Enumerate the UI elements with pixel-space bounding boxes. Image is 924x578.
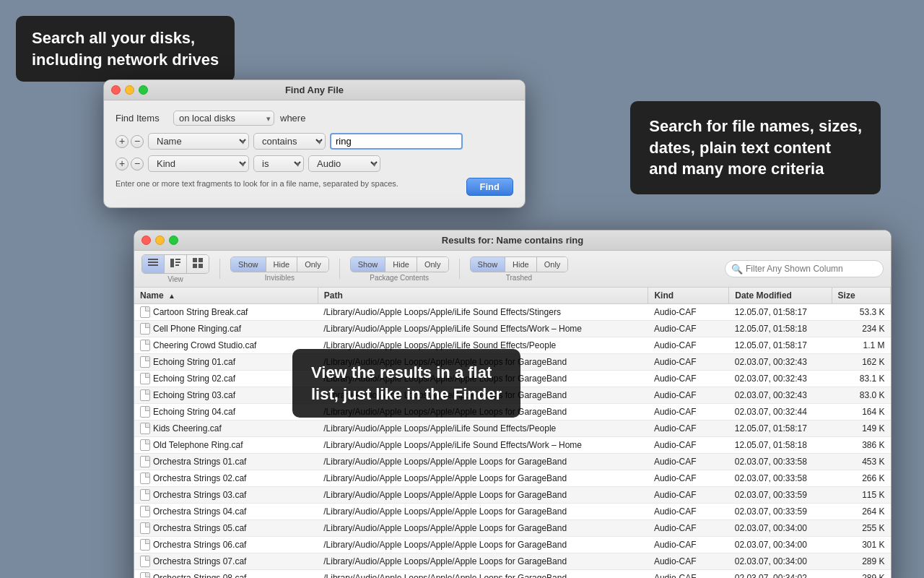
results-title: Results for: Name contains ring xyxy=(442,235,583,246)
cell-date-14: 02.03.07, 00:34:00 xyxy=(729,537,832,553)
criteria-type-wrap-1[interactable]: Name xyxy=(148,133,249,150)
results-close-button[interactable] xyxy=(141,236,151,245)
col-header-kind[interactable]: Kind xyxy=(648,288,729,304)
table-row[interactable]: Old Telephone Ring.caf /Library/Audio/Ap… xyxy=(134,437,891,454)
file-icon-11 xyxy=(140,489,150,501)
cell-date-1: 12.05.07, 01:58:18 xyxy=(729,321,832,337)
table-row[interactable]: Orchestra Strings 03.caf /Library/Audio/… xyxy=(134,487,891,504)
view-list-button[interactable] xyxy=(142,255,165,273)
criteria-value-wrap-2[interactable]: Audio xyxy=(308,155,380,172)
cell-path-9: /Library/Audio/Apple Loops/Apple/Apple L… xyxy=(318,454,648,470)
trashed-button-group: Show Hide Only xyxy=(470,256,569,272)
trashed-hide-button[interactable]: Hide xyxy=(505,257,537,272)
table-row[interactable]: Orchestra Strings 05.caf /Library/Audio/… xyxy=(134,520,891,537)
results-tbody: Cartoon String Break.caf /Library/Audio/… xyxy=(134,304,891,579)
add-criteria-button-1[interactable]: + xyxy=(116,135,128,148)
table-row[interactable]: Orchestra Strings 06.caf /Library/Audio/… xyxy=(134,537,891,553)
dialog-footer: Enter one or more text fragments to look… xyxy=(116,178,513,196)
criteria-operator-select-2[interactable]: is xyxy=(253,155,304,172)
cell-size-12: 264 K xyxy=(832,504,890,520)
filter-input[interactable] xyxy=(725,260,884,277)
find-items-select-wrap[interactable]: on local disks xyxy=(173,111,274,126)
tooltip-right-line2: dates, plain text content xyxy=(649,139,831,157)
criteria-type-select-2[interactable]: Kind xyxy=(148,155,249,172)
criteria-type-wrap-2[interactable]: Kind xyxy=(148,155,249,172)
remove-criteria-button-2[interactable]: − xyxy=(131,158,144,171)
file-icon-0 xyxy=(140,306,150,318)
criteria-type-select-1[interactable]: Name xyxy=(148,133,249,150)
maximize-button[interactable] xyxy=(139,85,148,95)
col-header-path[interactable]: Path xyxy=(318,288,648,304)
file-icon-9 xyxy=(140,456,150,467)
criteria-operator-wrap-1[interactable]: contains xyxy=(253,133,326,150)
cell-kind-14: Audio-CAF xyxy=(648,537,729,553)
find-items-select[interactable]: on local disks xyxy=(173,111,274,126)
package-only-button[interactable]: Only xyxy=(417,257,448,272)
file-icon-8 xyxy=(140,439,150,451)
overlay-tooltip-line2: list, just like in the Finder xyxy=(311,385,502,403)
cell-path-0: /Library/Audio/Apple Loops/Apple/iLife S… xyxy=(318,304,648,321)
package-show-button[interactable]: Show xyxy=(351,257,386,272)
svg-rect-7 xyxy=(193,258,197,262)
table-row[interactable]: Orchestra Strings 04.caf /Library/Audio/… xyxy=(134,504,891,520)
find-items-row: Find Items on local disks where xyxy=(116,111,513,126)
criteria-value-input-1[interactable] xyxy=(330,133,463,150)
cell-name-9: Orchestra Strings 01.caf xyxy=(134,454,318,470)
cell-kind-7: Audio-CAF xyxy=(648,420,729,437)
package-button-group: Show Hide Only xyxy=(350,256,449,272)
cell-kind-10: Audio-CAF xyxy=(648,470,729,487)
minimize-button[interactable] xyxy=(125,85,134,95)
col-header-date[interactable]: Date Modified xyxy=(729,288,832,304)
cell-name-1: Cell Phone Ringing.caf xyxy=(134,321,318,337)
svg-rect-10 xyxy=(199,264,203,268)
invisibles-only-button[interactable]: Only xyxy=(297,257,328,272)
package-section: Show Hide Only Package Contents xyxy=(350,256,449,282)
cell-size-13: 255 K xyxy=(832,520,890,537)
col-header-name[interactable]: Name ▲ xyxy=(134,288,318,304)
table-row[interactable]: Kids Cheering.caf /Library/Audio/Apple L… xyxy=(134,420,891,437)
results-maximize-button[interactable] xyxy=(169,236,178,245)
add-criteria-button-2[interactable]: + xyxy=(116,158,128,171)
cell-kind-16: Audio-CAF xyxy=(648,570,729,579)
toolbar-divider-3 xyxy=(459,259,460,279)
col-header-size[interactable]: Size xyxy=(832,288,890,304)
close-button[interactable] xyxy=(111,85,121,95)
cell-size-3: 162 K xyxy=(832,354,890,371)
view-details-button[interactable] xyxy=(165,255,187,273)
package-hide-button[interactable]: Hide xyxy=(385,257,417,272)
invisibles-hide-button[interactable]: Hide xyxy=(266,257,298,272)
criteria-value-select-2[interactable]: Audio xyxy=(308,155,380,172)
trashed-only-button[interactable]: Only xyxy=(537,257,568,272)
find-button[interactable]: Find xyxy=(466,178,513,196)
hint-text: Enter one or more text fragments to look… xyxy=(116,179,398,188)
cell-size-0: 53.3 K xyxy=(832,304,890,321)
criteria-operator-wrap-2[interactable]: is xyxy=(253,155,304,172)
tooltip-line2: including network drives xyxy=(32,51,219,69)
cell-name-0: Cartoon String Break.caf xyxy=(134,304,318,321)
cell-size-4: 83.1 K xyxy=(832,371,890,387)
table-row[interactable]: Orchestra Strings 07.caf /Library/Audio/… xyxy=(134,553,891,570)
tooltip-line1: Search all your disks, xyxy=(32,29,195,47)
dialog-titlebar: Find Any File xyxy=(104,80,525,100)
cell-name-8: Old Telephone Ring.caf xyxy=(134,437,318,454)
top-left-tooltip: Search all your disks, including network… xyxy=(16,16,235,82)
toolbar-divider-1 xyxy=(219,259,220,279)
table-row[interactable]: Orchestra Strings 02.caf /Library/Audio/… xyxy=(134,470,891,487)
file-name-6: Echoing String 04.caf xyxy=(153,407,235,417)
table-row[interactable]: Orchestra Strings 08.caf /Library/Audio/… xyxy=(134,570,891,579)
table-row[interactable]: Orchestra Strings 01.caf /Library/Audio/… xyxy=(134,454,891,470)
cell-date-8: 12.05.07, 01:58:18 xyxy=(729,437,832,454)
view-grid-button[interactable] xyxy=(187,255,209,273)
table-row[interactable]: Cell Phone Ringing.caf /Library/Audio/Ap… xyxy=(134,321,891,337)
find-items-label: Find Items xyxy=(116,113,167,124)
table-header-row: Name ▲ Path Kind Date Modified Size xyxy=(134,288,891,304)
invisibles-show-button[interactable]: Show xyxy=(231,257,266,272)
cell-size-8: 386 K xyxy=(832,437,890,454)
trashed-show-button[interactable]: Show xyxy=(471,257,506,272)
remove-criteria-button-1[interactable]: − xyxy=(131,135,144,148)
file-name-0: Cartoon String Break.caf xyxy=(153,307,248,317)
svg-rect-4 xyxy=(175,259,180,260)
table-row[interactable]: Cartoon String Break.caf /Library/Audio/… xyxy=(134,304,891,321)
results-minimize-button[interactable] xyxy=(155,236,165,245)
criteria-operator-select-1[interactable]: contains xyxy=(253,133,326,150)
